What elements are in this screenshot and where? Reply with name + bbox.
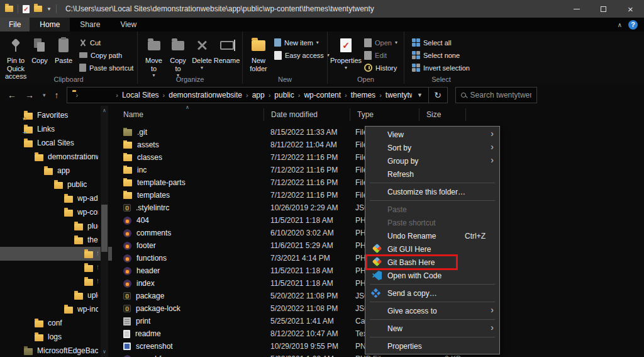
file-icon — [123, 317, 131, 326]
maximize-icon — [601, 6, 606, 12]
minimize-button[interactable] — [563, 0, 590, 18]
context-menu-item[interactable]: Paste shortcut — [365, 216, 499, 229]
menu-separator — [370, 302, 495, 302]
folder-tree: Favorites Links Local Sites demonstratio… — [0, 108, 98, 357]
sort-ascending-icon: ∧ — [186, 105, 189, 110]
tree-item[interactable]: wp-admin — [0, 191, 98, 205]
breadcrumb-item[interactable]: wp-content — [301, 91, 343, 99]
tab-share[interactable]: Share — [70, 18, 110, 31]
context-menu-item[interactable]: Sort by › — [365, 141, 499, 154]
folder-icon — [64, 210, 73, 217]
tree-item[interactable]: demonstrationwebsite — [0, 150, 98, 164]
select-all-button[interactable]: Select all — [412, 37, 470, 48]
column-header-type[interactable]: Type — [350, 108, 419, 121]
tree-item-label: wp-includes — [77, 305, 98, 314]
scroll-up-icon[interactable]: ∧ — [101, 107, 108, 115]
easy-access-label: Easy access — [285, 52, 324, 59]
context-menu-item[interactable]: Refresh — [365, 167, 499, 181]
new-folder-button[interactable]: New folder — [247, 34, 270, 74]
tree-item[interactable]: logs — [0, 330, 98, 344]
rename-button[interactable]: Rename — [214, 34, 240, 67]
copy-button[interactable]: Copy — [28, 34, 52, 67]
help-icon[interactable]: ? — [628, 20, 638, 30]
tree-item[interactable]: Links — [0, 122, 98, 136]
paste-shortcut-button[interactable]: Paste shortcut — [79, 62, 133, 73]
context-menu-item[interactable]: Give access to › — [365, 304, 499, 317]
address-bar[interactable]: › › Local Sites › demonstrationwebsite ›… — [67, 87, 429, 103]
tree-item[interactable]: twentytwentyone — [0, 261, 98, 275]
context-menu-item[interactable]: View › — [365, 128, 499, 141]
new-folder-quick-icon[interactable] — [34, 6, 42, 12]
paste-button[interactable]: Paste — [52, 34, 75, 67]
tree-item[interactable]: twentytwenty — [0, 247, 112, 261]
forward-button[interactable]: → — [25, 90, 34, 100]
column-header-date-modified[interactable]: Date modified — [264, 108, 350, 121]
menu-separator — [370, 284, 495, 285]
qat-dropdown-icon[interactable]: ▼ — [47, 6, 52, 12]
new-item-button[interactable]: New item▾ — [274, 37, 330, 48]
tab-file[interactable]: File — [0, 18, 30, 31]
close-button[interactable]: × — [617, 0, 644, 18]
tab-view[interactable]: View — [110, 18, 147, 31]
context-menu-item[interactable]: Open with Code — [365, 269, 499, 282]
context-menu-item[interactable]: Git GUI Here — [365, 242, 499, 256]
open-button[interactable]: Open▾ — [364, 37, 397, 48]
address-dropdown-icon[interactable]: ▼ — [412, 92, 428, 98]
history-button[interactable]: History — [364, 62, 397, 73]
context-menu-item[interactable]: Properties — [365, 339, 499, 353]
tree-item[interactable]: wp-content — [0, 205, 98, 219]
context-menu-item[interactable]: Group by › — [365, 154, 499, 167]
context-menu-item[interactable]: Paste — [365, 203, 499, 216]
scrollbar-thumb[interactable] — [101, 205, 108, 252]
tree-item[interactable]: app — [0, 164, 98, 178]
tree-item-label: demonstrationwebsite — [48, 152, 98, 161]
tree-item[interactable]: plugins — [0, 219, 98, 233]
tree-item[interactable]: Local Sites — [0, 136, 98, 150]
cut-button[interactable]: Cut — [79, 37, 133, 48]
tab-home[interactable]: Home — [30, 18, 70, 31]
recent-locations-icon[interactable]: ▾ — [43, 92, 46, 98]
column-header-name[interactable]: Name — [116, 108, 264, 121]
context-menu-item[interactable]: Send a copy… — [365, 286, 499, 300]
edit-button[interactable]: Edit — [364, 50, 397, 60]
context-menu-item[interactable]: Undo Rename Ctrl+Z — [365, 229, 499, 242]
search-box[interactable]: Search twentytwen... — [455, 87, 537, 103]
copy-path-button[interactable]: Copy path — [79, 50, 133, 60]
tree-item[interactable]: themes — [0, 233, 98, 247]
easy-access-button[interactable]: Easy access▾ — [274, 50, 330, 60]
ribbon-group-open: ✓ Properties▾ Open▾ Edit History Open — [327, 31, 404, 84]
refresh-button[interactable]: ↻ — [429, 87, 448, 103]
invert-selection-button[interactable]: Invert selection — [412, 62, 470, 73]
tree-item[interactable]: conf — [0, 316, 98, 330]
tree-item[interactable]: MicrosoftEdgeBackups — [0, 344, 98, 357]
breadcrumb-item[interactable]: Local Sites — [119, 91, 162, 99]
tree-item[interactable]: uploads — [0, 288, 98, 302]
tree-item[interactable]: public — [0, 178, 98, 191]
delete-button[interactable]: Delete▾ — [190, 34, 214, 72]
context-menu-item[interactable]: New › — [365, 322, 499, 335]
back-button[interactable]: ← — [8, 90, 16, 100]
copy-to-button[interactable]: Copy to▾ — [166, 34, 190, 80]
tree-item[interactable]: wp-includes — [0, 302, 98, 316]
up-button[interactable]: ↑ — [55, 90, 59, 100]
move-to-button[interactable]: Move to▾ — [142, 34, 166, 80]
scroll-down-icon[interactable]: ∨ — [101, 348, 108, 356]
tree-item[interactable]: twentytwentytwo — [0, 275, 98, 288]
column-header-size[interactable]: Size — [419, 108, 466, 121]
context-menu-item[interactable]: Git Bash Here — [365, 256, 499, 269]
context-menu-item[interactable]: Customize this folder… — [365, 185, 499, 198]
breadcrumb-item[interactable]: themes — [348, 91, 378, 99]
maximize-button[interactable] — [590, 0, 617, 18]
breadcrumb-item[interactable]: twentytwenty — [383, 91, 412, 99]
breadcrumb-item[interactable]: app — [250, 91, 267, 99]
breadcrumb-separator-icon: › — [75, 91, 80, 99]
breadcrumb-item[interactable]: public — [272, 91, 296, 99]
properties-button[interactable]: ✓ Properties▾ — [331, 34, 360, 72]
sidebar-scrollbar[interactable]: ∧ ∨ — [101, 106, 108, 357]
tree-item[interactable]: Favorites — [0, 108, 98, 122]
collapse-ribbon-icon[interactable]: ∧ — [618, 21, 622, 28]
breadcrumb-item[interactable]: demonstrationwebsite — [166, 91, 245, 99]
menu-separator — [370, 319, 495, 320]
properties-quick-icon[interactable]: ✓ — [23, 5, 30, 13]
select-none-button[interactable]: Select none — [412, 50, 470, 60]
